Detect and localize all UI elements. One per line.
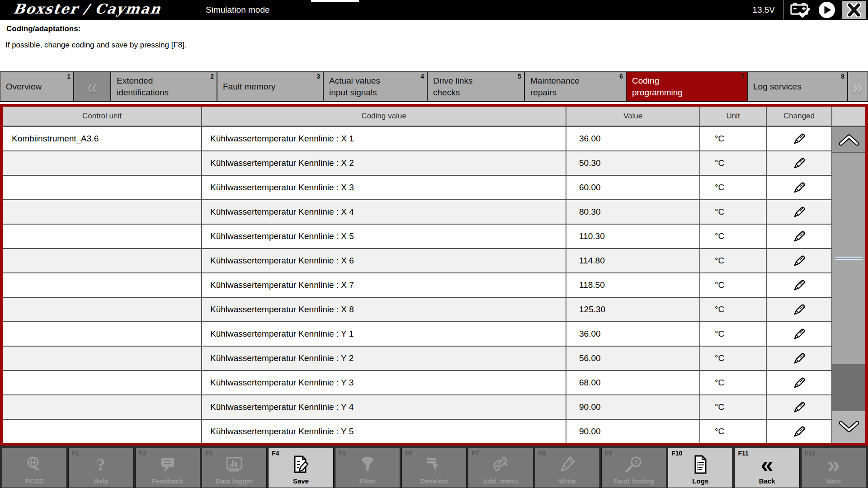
table-row[interactable]: Kühlwassertemperatur Kennlinie : Y 4 90.… bbox=[3, 395, 831, 420]
scrollbar-track[interactable] bbox=[832, 364, 865, 411]
tab-actual-values-input-signals[interactable]: 4Actual values input signals bbox=[323, 71, 427, 101]
changed-cell[interactable] bbox=[767, 200, 831, 224]
play-icon[interactable] bbox=[818, 1, 835, 19]
pencil-icon bbox=[793, 278, 806, 292]
changed-cell[interactable] bbox=[767, 151, 831, 175]
value-cell: 80.30 bbox=[566, 200, 700, 224]
control-unit-cell: Kombiinstrument_A3.6 bbox=[3, 127, 202, 150]
changed-cell[interactable] bbox=[767, 347, 831, 370]
fkey-f2: F2 Feedback bbox=[135, 448, 200, 488]
fkey-label: Help bbox=[69, 477, 133, 485]
coding-value-cell: Kühlwassertemperatur Kennlinie : X 4 bbox=[202, 200, 566, 224]
tab-label: Overview bbox=[6, 81, 64, 93]
svg-text:?: ? bbox=[634, 459, 638, 465]
fkey-f10[interactable]: F10 Logs bbox=[668, 448, 733, 488]
changed-cell[interactable] bbox=[767, 298, 831, 321]
scroll-up-button[interactable] bbox=[832, 127, 865, 153]
control-unit-cell bbox=[3, 249, 202, 272]
unit-cell: °C bbox=[700, 298, 767, 321]
fkey-f4[interactable]: F4 Save bbox=[268, 448, 333, 488]
control-unit-cell bbox=[3, 371, 202, 394]
changed-cell[interactable] bbox=[767, 225, 831, 248]
table-row[interactable]: Kühlwassertemperatur Kennlinie : X 3 60.… bbox=[3, 176, 831, 200]
table-row[interactable]: Kühlwassertemperatur Kennlinie : Y 1 36.… bbox=[3, 322, 831, 347]
table-row[interactable]: Kühlwassertemperatur Kennlinie : X 6 114… bbox=[3, 249, 831, 273]
tab-number: 7 bbox=[741, 73, 744, 80]
col-header-coding-value: Coding value bbox=[202, 107, 566, 126]
tab-nav-left[interactable]: « bbox=[74, 71, 111, 101]
tab-number: 4 bbox=[420, 73, 424, 80]
deselect-icon bbox=[425, 454, 443, 475]
changed-cell[interactable] bbox=[767, 371, 831, 394]
col-header-unit: Unit bbox=[700, 107, 767, 126]
fkey-number: F1 bbox=[72, 450, 79, 457]
table-row[interactable]: Kombiinstrument_A3.6 Kühlwassertemperatu… bbox=[3, 127, 831, 151]
control-unit-cell bbox=[3, 322, 202, 346]
changed-cell[interactable] bbox=[767, 420, 831, 443]
scroll-down-button[interactable] bbox=[832, 411, 865, 443]
table-row[interactable]: Kühlwassertemperatur Kennlinie : X 2 50.… bbox=[3, 151, 831, 176]
double-chevron-right-icon: » bbox=[852, 77, 863, 97]
tab-label: Log services bbox=[753, 81, 838, 93]
table-header: Control unit Coding value Value Unit Cha… bbox=[3, 107, 831, 127]
scrollbar-thumb[interactable] bbox=[832, 153, 865, 364]
coding-value-cell: Kühlwassertemperatur Kennlinie : X 3 bbox=[202, 176, 566, 199]
coding-value-cell: Kühlwassertemperatur Kennlinie : X 5 bbox=[202, 225, 566, 248]
vertical-scrollbar bbox=[831, 107, 865, 443]
tab-fault-memory[interactable]: 3Fault memory bbox=[217, 71, 323, 101]
battery-check-icon bbox=[790, 2, 812, 18]
changed-cell[interactable] bbox=[767, 176, 831, 199]
tab-drive-links-checks[interactable]: 5Drive links checks bbox=[427, 71, 524, 101]
changed-cell[interactable] bbox=[767, 127, 831, 150]
table-row[interactable]: Kühlwassertemperatur Kennlinie : X 8 125… bbox=[3, 298, 831, 322]
fkey-f11[interactable]: F11 « Back bbox=[734, 448, 799, 488]
fkey-f1: F1 ? Help bbox=[68, 448, 133, 488]
fkey-number: F12 bbox=[805, 450, 816, 457]
value-cell: 68.00 bbox=[566, 371, 700, 394]
tab-number: 6 bbox=[619, 73, 623, 80]
table-row[interactable]: Kühlwassertemperatur Kennlinie : Y 3 68.… bbox=[3, 371, 831, 395]
fkey-number: F9 bbox=[605, 450, 612, 457]
coding-value-cell: Kühlwassertemperatur Kennlinie : X 2 bbox=[202, 151, 566, 175]
table-row[interactable]: Kühlwassertemperatur Kennlinie : Y 5 90.… bbox=[3, 420, 831, 444]
table-row[interactable]: Kühlwassertemperatur Kennlinie : Y 2 56.… bbox=[3, 347, 831, 371]
control-unit-cell bbox=[3, 347, 202, 370]
control-unit-cell bbox=[3, 176, 202, 199]
tab-coding-programming[interactable]: 7Coding programming bbox=[626, 71, 747, 101]
fkey-label: Add. menu bbox=[468, 477, 533, 485]
changed-cell[interactable] bbox=[767, 249, 831, 272]
fkey-label: Write bbox=[535, 477, 599, 485]
coding-value-cell: Kühlwassertemperatur Kennlinie : Y 4 bbox=[202, 395, 566, 419]
fkey-f9: F9 ? Fault finding bbox=[601, 448, 666, 488]
add-menu-icon bbox=[491, 454, 509, 475]
unit-cell: °C bbox=[700, 347, 767, 370]
tab-maintenance-repairs[interactable]: 6Maintenance repairs bbox=[524, 71, 626, 101]
changed-cell[interactable] bbox=[767, 322, 831, 346]
unit-cell: °C bbox=[700, 127, 767, 150]
next-icon: » bbox=[827, 454, 840, 475]
table-row[interactable]: Kühlwassertemperatur Kennlinie : X 4 80.… bbox=[3, 200, 831, 225]
tab-log-services[interactable]: 8Log services bbox=[747, 71, 848, 101]
tab-extended-identifications[interactable]: 2Extended identifications bbox=[111, 71, 217, 101]
tab-overview[interactable]: 1Overview bbox=[0, 71, 74, 101]
value-cell: 90.00 bbox=[566, 395, 700, 419]
fkey-f7: F7 Add. menu bbox=[468, 448, 533, 488]
close-icon[interactable] bbox=[842, 1, 866, 19]
fkey-f12: F12 » Next bbox=[801, 448, 866, 488]
fkey-pcss: PCSS bbox=[2, 448, 67, 488]
table-row[interactable]: Kühlwassertemperatur Kennlinie : X 5 110… bbox=[3, 225, 831, 249]
tab-nav-right[interactable]: » bbox=[848, 71, 868, 101]
top-bar: Boxster / Cayman Simulation mode 13.5V bbox=[0, 0, 868, 20]
changed-cell[interactable] bbox=[767, 273, 831, 297]
simulation-mode-label: Simulation mode bbox=[206, 0, 270, 20]
coding-table: Control unit Coding value Value Unit Cha… bbox=[0, 104, 868, 446]
pencil-icon bbox=[793, 156, 806, 170]
pencil-icon bbox=[793, 376, 806, 389]
fkey-f8: F8 Write bbox=[535, 448, 600, 488]
value-cell: 60.00 bbox=[566, 176, 700, 199]
unit-cell: °C bbox=[700, 395, 767, 419]
table-row[interactable]: Kühlwassertemperatur Kennlinie : X 7 118… bbox=[3, 273, 831, 298]
control-unit-cell bbox=[3, 151, 202, 175]
changed-cell[interactable] bbox=[767, 395, 831, 419]
control-unit-cell bbox=[3, 200, 202, 224]
